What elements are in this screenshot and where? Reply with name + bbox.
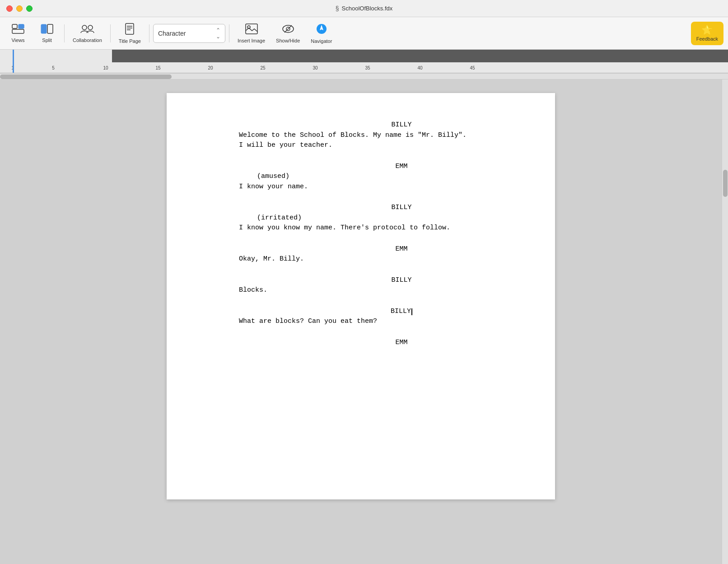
views-button[interactable]: Views xyxy=(5,21,32,46)
svg-line-15 xyxy=(285,25,292,33)
screenplay-block-4: EMM Okay, Mr. Billy. xyxy=(203,244,519,265)
ruler-num-20: 20 xyxy=(208,65,213,70)
horizontal-scrollbar[interactable] xyxy=(0,73,728,79)
split-icon xyxy=(41,24,53,36)
navigator-button[interactable]: Navigator xyxy=(306,20,336,47)
collaboration-icon xyxy=(80,24,94,36)
views-label: Views xyxy=(11,37,24,43)
elements-selected: Character xyxy=(158,30,186,37)
show-hide-button[interactable]: Show/Hide xyxy=(271,21,304,46)
maximize-button[interactable] xyxy=(26,5,33,12)
toolbar-separator-2 xyxy=(110,24,111,42)
screenplay-block-3: BILLY (irritated) I know you know my nam… xyxy=(203,203,519,233)
svg-rect-1 xyxy=(19,24,24,28)
character-name-emm-3: EMM xyxy=(284,338,519,348)
vertical-scrollbar[interactable] xyxy=(722,79,728,564)
dialogue-billy-4: What are blocks? Can you eat them? xyxy=(239,317,474,327)
document-area[interactable]: BILLY Welcome to the School of Blocks. M… xyxy=(0,79,722,564)
ruler-num-35: 35 xyxy=(365,65,370,70)
dropdown-arrow-icon: ⌃⌄ xyxy=(216,27,220,40)
ruler-dark-section xyxy=(112,50,728,62)
svg-rect-7 xyxy=(126,23,134,34)
dialogue-billy-3: Blocks. xyxy=(239,285,474,296)
character-name-billy-3: BILLY xyxy=(284,275,519,286)
ruler-num-45: 45 xyxy=(470,65,475,70)
window-title: § SchoolOfBlocks.fdx xyxy=(336,5,393,12)
show-hide-icon xyxy=(282,23,294,36)
character-name-billy-4: BILLY xyxy=(284,307,519,317)
insert-image-button[interactable]: Insert Image xyxy=(233,21,270,46)
parenthetical-billy-2: (irritated) xyxy=(257,213,438,224)
parenthetical-emm-1: (amused) xyxy=(257,172,438,182)
svg-rect-4 xyxy=(47,24,53,33)
screenplay-block-5: BILLY Blocks. xyxy=(203,275,519,296)
ruler-num-40: 40 xyxy=(417,65,422,70)
toolbar-separator-1 xyxy=(64,24,65,42)
title-bar: § SchoolOfBlocks.fdx xyxy=(0,0,728,17)
file-icon: § xyxy=(336,5,339,12)
toolbar-separator-4 xyxy=(229,24,229,42)
horizontal-scrollbar-thumb[interactable] xyxy=(0,75,172,79)
ruler-num-15: 15 xyxy=(155,65,160,70)
ruler-num-25: 25 xyxy=(260,65,265,70)
close-button[interactable] xyxy=(6,5,13,12)
elements-dropdown[interactable]: Character ⌃⌄ xyxy=(153,24,225,43)
svg-rect-2 xyxy=(12,29,24,33)
toolbar-separator-3 xyxy=(149,24,149,42)
collaboration-button[interactable]: Collaboration xyxy=(68,21,107,46)
split-button[interactable]: Split xyxy=(33,21,61,46)
main-area: BILLY Welcome to the School of Blocks. M… xyxy=(0,79,728,564)
dialogue-emm-1: I know your name. xyxy=(239,182,474,192)
screenplay-block-2: EMM (amused) I know your name. xyxy=(203,162,519,192)
ruler-num-30: 30 xyxy=(313,65,317,70)
ruler: 1 5 10 15 20 25 30 35 40 45 xyxy=(0,50,728,73)
minimize-button[interactable] xyxy=(16,5,23,12)
insert-image-icon xyxy=(245,23,258,36)
dialogue-billy-1: Welcome to the School of Blocks. My name… xyxy=(239,131,474,151)
screenplay-block-1: BILLY Welcome to the School of Blocks. M… xyxy=(203,120,519,151)
feedback-button[interactable]: ⭐ Feedback xyxy=(691,22,723,45)
ruler-left-marker xyxy=(13,50,14,73)
traffic-lights xyxy=(6,5,33,12)
views-icon xyxy=(12,24,24,36)
screenplay-block-7: EMM xyxy=(203,338,519,348)
ruler-num-10: 10 xyxy=(103,65,108,70)
character-name-billy-2: BILLY xyxy=(284,203,519,213)
navigator-label: Navigator xyxy=(311,38,332,44)
dialogue-emm-2: Okay, Mr. Billy. xyxy=(239,254,474,265)
title-page-icon xyxy=(125,23,135,37)
insert-image-label: Insert Image xyxy=(238,38,265,43)
svg-point-5 xyxy=(82,25,87,30)
navigator-icon xyxy=(316,23,327,37)
vertical-scrollbar-thumb[interactable] xyxy=(723,170,728,197)
svg-rect-0 xyxy=(12,24,17,28)
character-name-emm-1: EMM xyxy=(284,162,519,172)
toolbar: Views Split Collaboration xyxy=(0,17,728,50)
character-name-emm-2: EMM xyxy=(284,244,519,255)
screenplay-block-6: BILLY What are blocks? Can you eat them? xyxy=(203,307,519,327)
svg-rect-3 xyxy=(41,24,47,33)
dialogue-billy-2: I know you know my name. There's protoco… xyxy=(239,223,474,233)
page: BILLY Welcome to the School of Blocks. M… xyxy=(167,93,555,499)
ruler-numbers: 1 5 10 15 20 25 30 35 40 45 xyxy=(0,62,728,73)
title-page-button[interactable]: Title Page xyxy=(114,20,145,47)
ruler-num-5: 5 xyxy=(52,65,55,70)
collaboration-label: Collaboration xyxy=(73,37,102,43)
feedback-label: Feedback xyxy=(696,36,718,42)
title-page-label: Title Page xyxy=(119,38,141,44)
character-name-billy-1: BILLY xyxy=(284,120,519,131)
split-label: Split xyxy=(42,37,51,43)
feedback-star-icon: ⭐ xyxy=(701,25,713,34)
show-hide-label: Show/Hide xyxy=(276,38,300,43)
text-cursor xyxy=(411,308,412,315)
screenplay[interactable]: BILLY Welcome to the School of Blocks. M… xyxy=(203,120,519,348)
svg-point-6 xyxy=(88,25,93,30)
